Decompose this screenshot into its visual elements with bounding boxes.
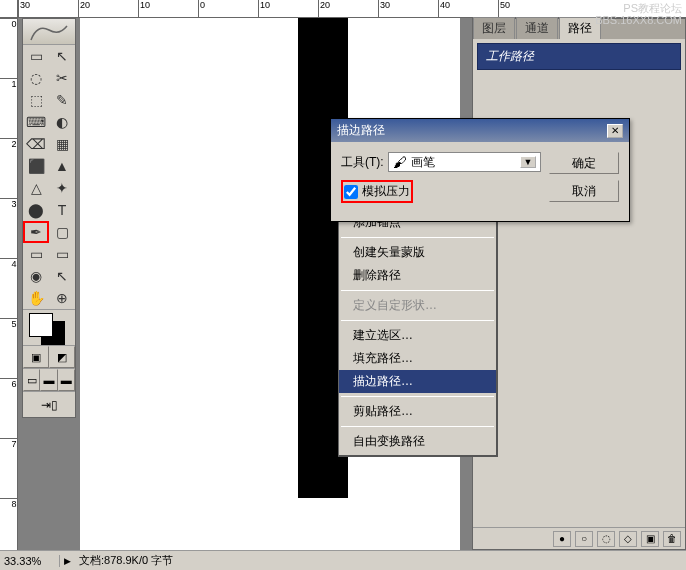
menu-item[interactable]: 创建矢量蒙版	[339, 241, 496, 264]
zoom-level[interactable]: 33.33%	[0, 555, 60, 567]
tab-channels[interactable]: 通道	[516, 17, 558, 39]
menu-item[interactable]: 描边路径…	[339, 370, 496, 393]
paths-panel: 图层 通道 路径 工作路径 ● ○ ◌ ◇ ▣ 🗑	[472, 18, 686, 550]
tool-22[interactable]: ✋	[23, 287, 49, 309]
foreground-color-swatch[interactable]	[29, 313, 53, 337]
menu-item[interactable]: 建立选区…	[339, 324, 496, 347]
screen-mode-row: ▭ ▬ ▬	[23, 368, 75, 391]
path-item-work-path[interactable]: 工作路径	[477, 43, 681, 70]
tool-6[interactable]: ⌨	[23, 111, 49, 133]
ruler-vertical: 012345678	[0, 18, 18, 550]
path-to-selection-icon[interactable]: ◌	[597, 531, 615, 547]
statusbar-menu-icon[interactable]: ▶	[64, 556, 71, 566]
tool-1[interactable]: ↖	[49, 45, 75, 67]
tool-label: 工具(T):	[341, 154, 384, 171]
tool-17[interactable]: ▢	[49, 221, 75, 243]
menu-item[interactable]: 自由变换路径	[339, 430, 496, 453]
menu-item[interactable]: 删除路径	[339, 264, 496, 287]
simulate-pressure-label: 模拟压力	[362, 183, 410, 200]
fill-path-icon[interactable]: ●	[553, 531, 571, 547]
close-icon[interactable]: ✕	[607, 124, 623, 138]
watermark: PS教程论坛 BBS.16XX8.COM	[595, 2, 682, 26]
tool-20[interactable]: ◉	[23, 265, 49, 287]
tool-13[interactable]: ✦	[49, 177, 75, 199]
tool-15[interactable]: T	[49, 199, 75, 221]
menu-item: 定义自定形状…	[339, 294, 496, 317]
tool-5[interactable]: ✎	[49, 89, 75, 111]
dialog-title-text: 描边路径	[337, 122, 385, 139]
ok-button[interactable]: 确定	[549, 152, 619, 174]
brush-icon: 🖌	[393, 154, 407, 170]
tool-19[interactable]: ▭	[49, 243, 75, 265]
tool-23[interactable]: ⊕	[49, 287, 75, 309]
tool-18[interactable]: ▭	[23, 243, 49, 265]
tool-14[interactable]: ⬤	[23, 199, 49, 221]
tool-select[interactable]: 🖌 画笔 ▼	[388, 152, 541, 172]
menu-separator	[341, 320, 494, 321]
chevron-down-icon[interactable]: ▼	[520, 156, 536, 168]
menu-separator	[341, 290, 494, 291]
standard-mode-button[interactable]: ▣	[23, 346, 49, 368]
statusbar: 33.33% ▶ 文档:878.9K/0 字节	[0, 550, 686, 570]
toolbox: ▭↖◌✂⬚✎⌨◐⌫▦⬛▲△✦⬤T✒▢▭▭◉↖✋⊕ ▣ ◩ ▭ ▬ ▬ ⇥▯	[22, 18, 76, 418]
ruler-horizontal: 30201001020304050	[18, 0, 686, 18]
quickmask-mode-button[interactable]: ◩	[49, 346, 75, 368]
tool-11[interactable]: ▲	[49, 155, 75, 177]
jump-to-button[interactable]: ⇥▯	[23, 391, 75, 417]
stroke-path-dialog: 描边路径 ✕ 工具(T): 🖌 画笔 ▼ 模拟压力 确定 取消	[330, 118, 630, 222]
toolbox-header	[23, 19, 75, 45]
document-info: 文档:878.9K/0 字节	[71, 553, 181, 568]
tool-2[interactable]: ◌	[23, 67, 49, 89]
new-path-icon[interactable]: ▣	[641, 531, 659, 547]
tool-0[interactable]: ▭	[23, 45, 49, 67]
delete-path-icon[interactable]: 🗑	[663, 531, 681, 547]
menu-separator	[341, 396, 494, 397]
panel-body: 工作路径	[473, 39, 685, 74]
stroke-path-icon[interactable]: ○	[575, 531, 593, 547]
simulate-pressure-input[interactable]	[344, 185, 358, 199]
dialog-titlebar[interactable]: 描边路径 ✕	[331, 119, 629, 142]
simulate-pressure-checkbox[interactable]: 模拟压力	[341, 180, 413, 203]
tool-4[interactable]: ⬚	[23, 89, 49, 111]
menu-separator	[341, 237, 494, 238]
color-swatches[interactable]	[23, 309, 75, 345]
cancel-button[interactable]: 取消	[549, 180, 619, 202]
ruler-origin[interactable]	[0, 0, 18, 18]
tool-3[interactable]: ✂	[49, 67, 75, 89]
tool-8[interactable]: ⌫	[23, 133, 49, 155]
tool-16[interactable]: ✒	[23, 221, 49, 243]
panel-footer: ● ○ ◌ ◇ ▣ 🗑	[473, 527, 685, 549]
screen-mode-1[interactable]: ▭	[23, 369, 40, 391]
edit-mode-row: ▣ ◩	[23, 345, 75, 368]
menu-item[interactable]: 剪贴路径…	[339, 400, 496, 423]
tool-12[interactable]: △	[23, 177, 49, 199]
screen-mode-3[interactable]: ▬	[58, 369, 75, 391]
context-menu: 添加锚点创建矢量蒙版删除路径定义自定形状…建立选区…填充路径…描边路径…剪贴路径…	[338, 208, 498, 457]
selection-to-path-icon[interactable]: ◇	[619, 531, 637, 547]
menu-item[interactable]: 填充路径…	[339, 347, 496, 370]
tool-10[interactable]: ⬛	[23, 155, 49, 177]
tool-21[interactable]: ↖	[49, 265, 75, 287]
tool-9[interactable]: ▦	[49, 133, 75, 155]
tab-layers[interactable]: 图层	[473, 17, 515, 39]
tool-7[interactable]: ◐	[49, 111, 75, 133]
screen-mode-2[interactable]: ▬	[40, 369, 57, 391]
menu-separator	[341, 426, 494, 427]
tool-value: 画笔	[411, 154, 435, 171]
